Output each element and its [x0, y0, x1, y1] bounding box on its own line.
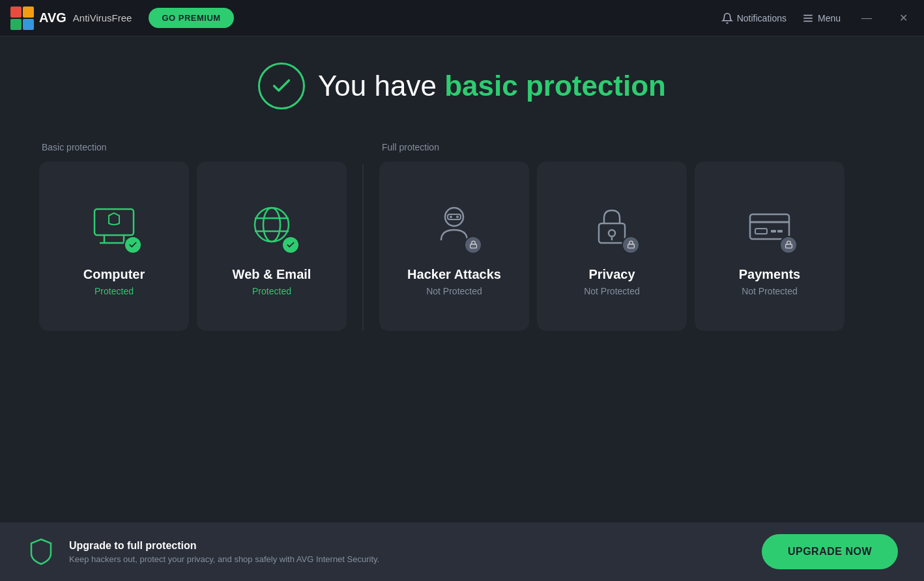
svg-point-14 [456, 216, 459, 218]
svg-rect-15 [470, 244, 476, 248]
computer-card-status: Protected [94, 286, 134, 296]
computer-card-icon [85, 197, 143, 255]
section-divider [362, 164, 364, 331]
web-email-card[interactable]: Web & Email Protected [197, 162, 347, 331]
web-email-card-title: Web & Email [233, 267, 311, 282]
hacker-attacks-card-status: Not Protected [426, 286, 482, 296]
svg-point-13 [450, 216, 452, 218]
go-premium-button[interactable]: GO PREMIUM [149, 8, 233, 28]
privacy-card[interactable]: Privacy Not Protected [537, 162, 687, 331]
payments-card-title: Payments [739, 267, 801, 282]
svg-rect-19 [628, 244, 634, 248]
payments-card-icon [740, 197, 799, 255]
privacy-card-title: Privacy [588, 267, 635, 282]
upgrade-banner: Upgrade to full protection Keep hackers … [0, 522, 924, 581]
app-name: AntiVirusFree [73, 12, 132, 23]
protection-cards-section: Basic protection [39, 142, 885, 331]
minimize-button[interactable]: — [856, 8, 877, 29]
payments-card[interactable]: Payments Not Protected [695, 162, 845, 331]
svg-rect-20 [750, 214, 789, 239]
hero-title: You have basic protection [318, 70, 666, 102]
full-cards-row: Hacker Attacks Not Protected [379, 162, 845, 331]
bell-icon [721, 12, 733, 24]
svg-point-8 [263, 208, 280, 242]
svg-point-17 [609, 230, 615, 236]
web-email-check-badge [282, 236, 300, 254]
full-protection-group: Full protection [379, 142, 845, 331]
privacy-card-status: Not Protected [584, 286, 640, 296]
computer-check-badge [124, 236, 142, 254]
shield-icon [26, 537, 56, 567]
banner-title: Upgrade to full protection [69, 540, 749, 552]
basic-protection-label: Basic protection [39, 142, 347, 152]
hacker-attacks-card-title: Hacker Attacks [407, 267, 501, 282]
svg-rect-25 [785, 244, 792, 248]
privacy-lock-badge [622, 236, 640, 254]
computer-card-title: Computer [83, 267, 145, 282]
banner-text-content: Upgrade to full protection Keep hackers … [69, 540, 749, 564]
computer-card[interactable]: Computer Protected [39, 162, 189, 331]
avg-logo-icon [10, 7, 34, 30]
hacker-lock-badge [464, 236, 482, 254]
main-content: You have basic protection Basic protecti… [0, 36, 924, 522]
full-protection-label: Full protection [379, 142, 845, 152]
privacy-card-icon [583, 197, 641, 255]
basic-cards-row: Computer Protected [39, 162, 347, 331]
app-logo: AVG AntiVirusFree GO PREMIUM [10, 7, 234, 30]
title-bar-actions: Notifications Menu — ✕ [721, 8, 914, 29]
menu-icon [802, 12, 814, 24]
avg-brand: AVG [39, 10, 66, 25]
payments-lock-badge [779, 236, 798, 254]
hero-section: You have basic protection [39, 63, 885, 109]
svg-rect-24 [777, 230, 783, 233]
basic-protection-group: Basic protection [39, 142, 347, 331]
svg-rect-23 [771, 230, 776, 233]
web-email-card-status: Protected [252, 286, 291, 296]
title-bar: AVG AntiVirusFree GO PREMIUM Notificatio… [0, 0, 924, 36]
hacker-attacks-card[interactable]: Hacker Attacks Not Protected [379, 162, 529, 331]
svg-rect-22 [755, 229, 767, 234]
banner-subtitle: Keep hackers out, protect your privacy, … [69, 554, 749, 564]
web-email-card-icon [242, 197, 301, 255]
protection-status-icon [258, 63, 305, 109]
svg-point-7 [255, 208, 289, 242]
notifications-button[interactable]: Notifications [721, 12, 787, 24]
menu-button[interactable]: Menu [802, 12, 841, 24]
upgrade-now-button[interactable]: UPGRADE NOW [762, 534, 898, 569]
hacker-attacks-card-icon [425, 197, 484, 255]
checkmark-icon [270, 75, 293, 97]
payments-card-status: Not Protected [742, 286, 798, 296]
close-button[interactable]: ✕ [893, 8, 914, 29]
